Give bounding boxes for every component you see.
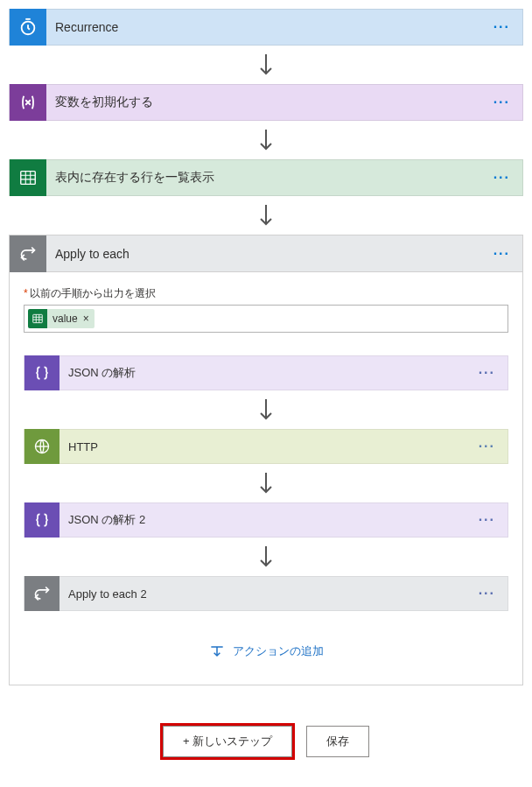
variable-icon (10, 84, 46, 121)
step-menu-button[interactable]: ··· (481, 246, 522, 262)
svg-rect-1 (21, 172, 36, 185)
footer-buttons: + 新しいステップ 保存 (9, 726, 523, 757)
arrow-down-icon (257, 471, 275, 495)
step-parse-json-2[interactable]: JSON の解析 2 ··· (24, 502, 508, 538)
step-menu-button[interactable]: ··· (481, 19, 522, 35)
svg-rect-2 (33, 314, 43, 322)
globe-icon (24, 429, 60, 464)
step-apply-to-each-2[interactable]: Apply to each 2 ··· (24, 576, 508, 611)
step-menu-button[interactable]: ··· (481, 170, 522, 186)
step-excel-list-rows[interactable]: 表内に存在する行を一覧表示 ··· (9, 159, 523, 196)
json-icon (24, 355, 60, 390)
step-parse-json-1[interactable]: JSON の解析 ··· (24, 355, 508, 390)
clock-icon (10, 9, 46, 46)
token-remove-button[interactable]: × (83, 313, 89, 325)
new-step-button[interactable]: + 新しいステップ (163, 726, 292, 757)
loop-body: 以前の手順から出力を選択 value × JSON の解析 ··· (10, 272, 522, 685)
excel-icon (28, 309, 47, 328)
step-title: HTTP (60, 440, 466, 453)
step-menu-button[interactable]: ··· (481, 95, 522, 110)
arrow-down-icon (257, 545, 275, 569)
json-icon (24, 502, 60, 538)
add-action-label: アクションの追加 (233, 643, 324, 659)
step-title: Apply to each (46, 247, 481, 261)
token-label: value (52, 313, 78, 325)
arrow-down-icon (257, 203, 275, 228)
step-title: JSON の解析 2 (60, 512, 466, 528)
add-action-button[interactable]: アクションの追加 (208, 643, 324, 660)
apply-to-each-container: Apply to each ··· 以前の手順から出力を選択 value × (9, 235, 523, 685)
arrow-down-icon (257, 53, 275, 77)
step-http[interactable]: HTTP ··· (24, 429, 508, 464)
add-action-icon (208, 643, 226, 660)
excel-icon (10, 159, 46, 196)
loop-icon (24, 576, 60, 611)
step-menu-button[interactable]: ··· (466, 512, 508, 528)
step-title: JSON の解析 (60, 365, 466, 381)
step-title: 表内に存在する行を一覧表示 (46, 170, 481, 186)
step-title: Apply to each 2 (60, 587, 466, 601)
arrow-down-icon (257, 128, 275, 152)
arrow-down-icon (257, 397, 275, 422)
step-title: 変数を初期化する (46, 95, 481, 110)
loop-icon (10, 235, 46, 272)
step-menu-button[interactable]: ··· (466, 586, 508, 601)
step-title: Recurrence (46, 20, 481, 34)
flow-canvas: Recurrence ··· 変数を初期化する ··· 表内に存在する行を一覧表… (9, 9, 523, 757)
step-apply-to-each[interactable]: Apply to each ··· (10, 235, 522, 272)
output-select-label: 以前の手順から出力を選択 (24, 286, 156, 301)
step-menu-button[interactable]: ··· (466, 365, 508, 381)
save-button[interactable]: 保存 (306, 726, 369, 757)
output-select-input[interactable]: value × (24, 305, 508, 333)
step-recurrence[interactable]: Recurrence ··· (9, 9, 523, 46)
step-initialize-variable[interactable]: 変数を初期化する ··· (9, 84, 523, 121)
step-menu-button[interactable]: ··· (466, 439, 508, 454)
value-token: value × (28, 309, 94, 328)
